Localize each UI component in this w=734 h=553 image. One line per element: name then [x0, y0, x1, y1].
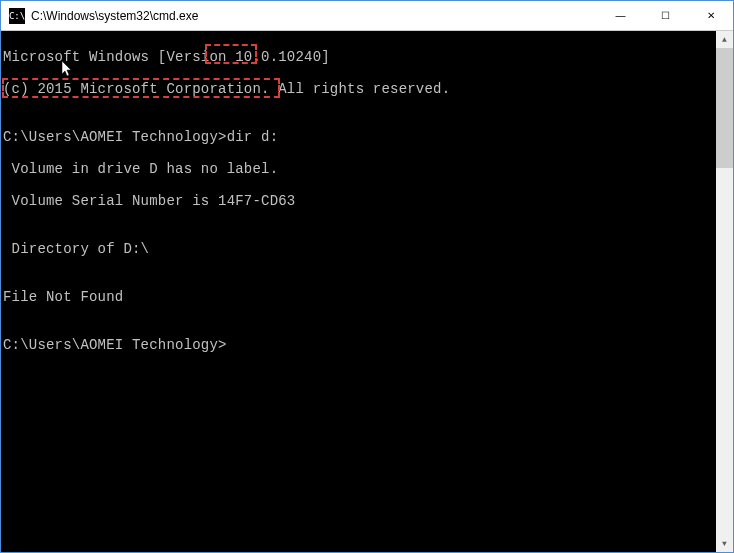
scroll-down-arrow-icon[interactable]: ▼	[716, 535, 733, 552]
output-line: Microsoft Windows [Version 10.0.10240]	[3, 49, 716, 65]
prompt-line: C:\Users\AOMEI Technology>dir d:	[3, 129, 716, 145]
window-controls: — ☐ ✕	[598, 1, 733, 30]
cmd-icon: C:\	[9, 8, 25, 24]
output-line: Volume Serial Number is 14F7-CD63	[3, 193, 716, 209]
scroll-thumb[interactable]	[716, 48, 733, 168]
output-line: (c) 2015 Microsoft Corporation. All righ…	[3, 81, 716, 97]
minimize-button[interactable]: —	[598, 1, 643, 30]
scroll-track[interactable]	[716, 48, 733, 535]
window-titlebar: C:\ C:\Windows\system32\cmd.exe — ☐ ✕	[1, 1, 733, 31]
window-title: C:\Windows\system32\cmd.exe	[31, 9, 598, 23]
prompt-line: C:\Users\AOMEI Technology>	[3, 337, 716, 353]
output-line: Directory of D:\	[3, 241, 716, 257]
content-area: Microsoft Windows [Version 10.0.10240] (…	[1, 31, 733, 552]
maximize-button[interactable]: ☐	[643, 1, 688, 30]
vertical-scrollbar[interactable]: ▲ ▼	[716, 31, 733, 552]
scroll-up-arrow-icon[interactable]: ▲	[716, 31, 733, 48]
close-button[interactable]: ✕	[688, 1, 733, 30]
output-line: File Not Found	[3, 289, 716, 305]
output-line: Volume in drive D has no label.	[3, 161, 716, 177]
terminal-output[interactable]: Microsoft Windows [Version 10.0.10240] (…	[1, 31, 716, 552]
